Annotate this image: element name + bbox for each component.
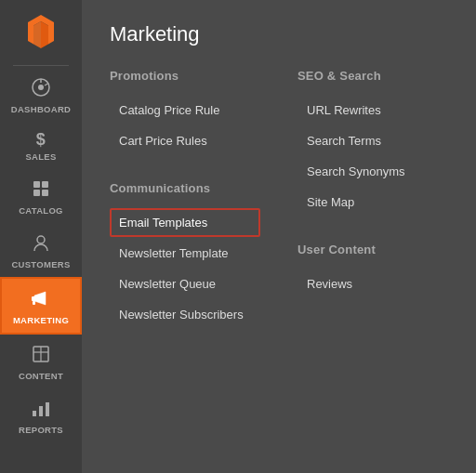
svg-point-4 — [38, 85, 44, 90]
communications-title: Communications — [110, 181, 260, 195]
newsletter-template-link[interactable]: Newsletter Template — [110, 239, 260, 268]
svg-line-6 — [45, 84, 48, 85]
sales-label: SALES — [25, 151, 56, 162]
url-rewrites-link[interactable]: URL Rewrites — [298, 96, 448, 125]
marketing-label: MARKETING — [13, 315, 69, 325]
customers-label: CUSTOMERS — [11, 259, 70, 269]
seo-search-section: SEO & Search URL Rewrites Search Terms S… — [298, 69, 448, 217]
svg-rect-7 — [33, 181, 40, 188]
svg-rect-10 — [42, 190, 48, 196]
svg-point-11 — [37, 236, 45, 243]
sidebar-item-catalog[interactable]: CATALOG — [0, 169, 82, 223]
communications-section: Communications Email Templates Newslette… — [110, 181, 260, 329]
promotions-section: Promotions Catalog Price Rule Cart Price… — [110, 69, 260, 155]
sales-icon: $ — [36, 131, 46, 148]
promotions-title: Promotions — [110, 69, 260, 83]
sidebar-item-dashboard[interactable]: DASHBOARD — [0, 68, 82, 122]
svg-rect-13 — [33, 301, 35, 305]
content-icon — [31, 344, 51, 367]
dashboard-label: DASHBOARD — [11, 104, 71, 114]
page-title: Marketing — [110, 22, 448, 46]
reports-icon — [31, 398, 51, 421]
dashboard-icon — [31, 77, 51, 100]
sidebar: DASHBOARD $ SALES CATALOG CUSTOMERS — [0, 0, 82, 473]
svg-rect-12 — [32, 296, 35, 301]
svg-rect-18 — [39, 406, 43, 416]
logo — [0, 0, 82, 63]
seo-search-title: SEO & Search — [298, 69, 448, 83]
sidebar-divider — [13, 65, 69, 66]
search-synonyms-link[interactable]: Search Synonyms — [298, 157, 448, 186]
sidebar-item-sales[interactable]: $ SALES — [0, 122, 82, 169]
customers-icon — [31, 232, 51, 256]
user-content-section: User Content Reviews — [298, 243, 448, 298]
svg-rect-17 — [33, 411, 36, 416]
svg-marker-1 — [41, 21, 48, 48]
cart-price-rules-link[interactable]: Cart Price Rules — [110, 126, 260, 155]
sidebar-item-content[interactable]: CONTENT — [0, 335, 82, 388]
search-terms-link[interactable]: Search Terms — [298, 126, 448, 155]
reviews-link[interactable]: Reviews — [298, 269, 448, 298]
catalog-icon — [31, 178, 51, 202]
newsletter-subscribers-link[interactable]: Newsletter Subscribers — [110, 300, 260, 329]
content-label: CONTENT — [19, 371, 63, 381]
main-content: Marketing Promotions Catalog Price Rule … — [82, 0, 476, 473]
marketing-icon — [31, 288, 51, 311]
magento-logo-icon — [20, 11, 61, 52]
email-templates-link[interactable]: Email Templates — [110, 208, 260, 237]
sidebar-item-reports[interactable]: REPORTS — [0, 388, 82, 442]
user-content-title: User Content — [298, 243, 448, 256]
sidebar-item-customers[interactable]: CUSTOMERS — [0, 223, 82, 277]
left-column: Promotions Catalog Price Rule Cart Price… — [110, 69, 260, 348]
svg-rect-9 — [33, 190, 40, 196]
right-column: SEO & Search URL Rewrites Search Terms S… — [298, 69, 448, 348]
catalog-price-rule-link[interactable]: Catalog Price Rule — [110, 96, 260, 125]
svg-rect-19 — [46, 402, 49, 416]
site-map-link[interactable]: Site Map — [298, 188, 448, 217]
svg-rect-8 — [42, 181, 48, 188]
reports-label: REPORTS — [19, 425, 63, 435]
sidebar-item-marketing[interactable]: MARKETING — [0, 277, 82, 335]
catalog-label: CATALOG — [19, 205, 63, 216]
svg-marker-2 — [33, 21, 41, 48]
menu-grid: Promotions Catalog Price Rule Cart Price… — [110, 69, 448, 348]
newsletter-queue-link[interactable]: Newsletter Queue — [110, 269, 260, 298]
